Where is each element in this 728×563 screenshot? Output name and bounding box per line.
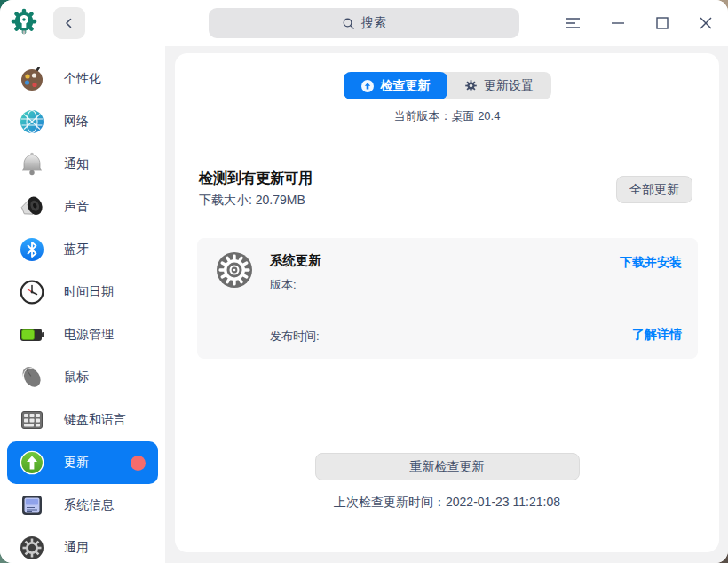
- sidebar-item-bluetooth[interactable]: 蓝牙: [7, 228, 158, 271]
- system-update-gear-icon: [215, 250, 254, 289]
- bell-icon: [18, 150, 46, 178]
- minimize-icon: [611, 16, 625, 30]
- maximize-button[interactable]: [646, 7, 678, 39]
- sidebar-item-general[interactable]: 通用: [7, 527, 158, 563]
- close-icon: [699, 16, 713, 30]
- gear-icon: [18, 534, 46, 562]
- tab-label: 检查更新: [381, 78, 431, 94]
- update-summary: 检测到有更新可用 下载大小: 20.79MB 全部更新: [199, 169, 694, 209]
- sidebar-item-personalization[interactable]: 个性化: [7, 58, 158, 100]
- tab-label: 更新设置: [484, 78, 534, 94]
- sidebar-item-label: 个性化: [64, 71, 101, 87]
- update-icon: [18, 448, 46, 477]
- system-update-card: 系统更新 版本: 发布时间: 下载并安装 了解详情: [197, 238, 698, 359]
- sidebar-item-label: 时间日期: [64, 284, 114, 300]
- maximize-icon: [655, 16, 669, 30]
- chevron-left-icon: [62, 16, 76, 30]
- sidebar-item-label: 更新: [64, 455, 89, 471]
- settings-window: 搜索: [0, 0, 728, 563]
- update-notification-badge: [131, 456, 146, 471]
- speaker-icon: [18, 193, 46, 221]
- update-tabs: 检查更新 更新设置: [344, 72, 551, 99]
- hamburger-menu-icon: [565, 17, 581, 29]
- sidebar-item-label: 通用: [64, 540, 89, 556]
- tab-check-updates[interactable]: 检查更新: [344, 72, 447, 99]
- network-icon: [18, 107, 46, 136]
- sidebar-item-label: 网络: [64, 114, 89, 130]
- sidebar-item-sound[interactable]: 声音: [7, 186, 158, 228]
- keyboard-icon: [18, 406, 46, 434]
- close-button[interactable]: [690, 7, 722, 39]
- update-all-button[interactable]: 全部更新: [616, 176, 692, 203]
- sidebar-item-label: 通知: [64, 156, 89, 172]
- sidebar-item-keyboard-language[interactable]: 键盘和语言: [7, 399, 158, 441]
- settings-gear-icon: [464, 79, 478, 92]
- bluetooth-icon: [18, 235, 46, 264]
- learn-details-link[interactable]: 了解详情: [632, 327, 682, 343]
- release-time-label: 发布时间:: [270, 329, 320, 345]
- sidebar-item-mouse[interactable]: 鼠标: [7, 356, 158, 399]
- sidebar-item-datetime[interactable]: 时间日期: [7, 271, 158, 313]
- system-info-icon: [18, 491, 46, 519]
- sidebar-item-label: 系统信息: [64, 497, 114, 513]
- tab-update-settings[interactable]: 更新设置: [447, 72, 551, 99]
- minimize-button[interactable]: [602, 7, 634, 39]
- update-arrow-icon: [360, 79, 375, 93]
- battery-icon: [18, 321, 46, 349]
- current-version-text: 当前版本：桌面 20.4: [175, 108, 719, 124]
- sidebar-item-power[interactable]: 电源管理: [7, 313, 158, 356]
- sidebar-item-label: 蓝牙: [64, 242, 89, 258]
- sidebar-item-label: 键盘和语言: [64, 412, 126, 428]
- version-label: 版本:: [270, 277, 297, 293]
- app-logo-icon: [7, 5, 41, 41]
- sidebar-item-label: 电源管理: [64, 327, 114, 343]
- titlebar: 搜索: [0, 0, 728, 46]
- system-update-title: 系统更新: [270, 252, 321, 269]
- sidebar-item-label: 鼠标: [64, 369, 89, 385]
- sidebar-item-notifications[interactable]: 通知: [7, 143, 158, 186]
- sidebar-item-update[interactable]: 更新: [7, 441, 158, 484]
- sidebar-item-system-info[interactable]: 系统信息: [7, 484, 158, 527]
- clock-icon: [18, 278, 46, 306]
- download-install-button[interactable]: 下载并安装: [620, 255, 682, 271]
- sidebar: 个性化 网络: [0, 46, 165, 563]
- palette-icon: [18, 65, 46, 93]
- search-placeholder: 搜索: [361, 15, 386, 31]
- back-button[interactable]: [53, 7, 85, 39]
- sidebar-item-label: 声音: [64, 199, 89, 215]
- sidebar-item-network[interactable]: 网络: [7, 100, 158, 143]
- update-page-panel: 检查更新 更新设置: [175, 53, 719, 552]
- main-menu-button[interactable]: [557, 7, 589, 39]
- search-icon: [342, 17, 355, 30]
- last-check-time-text: 上次检查更新时间：2022-01-23 11:21:08: [175, 495, 719, 511]
- mouse-icon: [18, 363, 46, 392]
- search-input[interactable]: 搜索: [209, 8, 519, 38]
- recheck-updates-button[interactable]: 重新检查更新: [315, 453, 580, 480]
